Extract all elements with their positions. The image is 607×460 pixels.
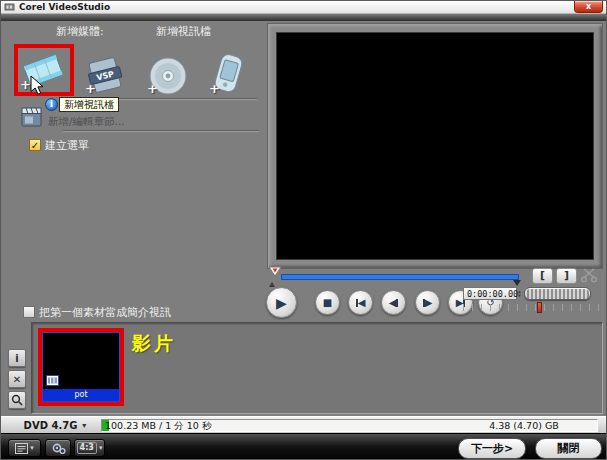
disc-format-select[interactable]: DVD 4.7G ▾ (9, 418, 101, 432)
back-icon: ◀ (389, 297, 397, 308)
preview-panel (267, 23, 603, 269)
bottom-toolbar: ▾ 4:3 ▾ 下一步> 關閉 (1, 433, 607, 460)
plus-icon: + (147, 81, 158, 96)
plus-icon: + (209, 81, 220, 96)
delete-clip-button[interactable]: ✕ (8, 370, 26, 388)
capacity-meter: 100.23 MB / 1 分 10 秒 4.38 (4.70) GB (101, 419, 598, 432)
tooltip: 新增視訊檔 (59, 97, 119, 112)
delete-icon: ✕ (13, 374, 21, 385)
list-icon (15, 443, 28, 454)
next-frame-button[interactable]: ▶ (415, 290, 440, 315)
timecode-spinner[interactable]: ▲ ▼ (518, 290, 521, 296)
scissors-icon (580, 267, 598, 283)
chevron-down-icon: ▾ (82, 421, 86, 430)
required-space-text: 100.23 MB / 1 分 10 秒 (105, 420, 211, 431)
available-space-text: 4.38 (4.70) GB (454, 420, 594, 431)
step-label: 新增媒體: (56, 24, 104, 39)
settings-menu-button[interactable]: ▾ (8, 439, 41, 457)
app-logo-icon (4, 2, 15, 12)
play-icon: ▶ (276, 295, 287, 311)
plus-icon: + (20, 77, 31, 92)
create-menu-label: 建立選單 (45, 138, 89, 153)
zoom-clip-button[interactable] (8, 391, 26, 409)
timecode-value: 0:00:00.00 (467, 289, 518, 299)
mark-out-button[interactable]: ] (556, 268, 577, 284)
stop-icon: ■ (323, 297, 332, 308)
title-bar: Corel VideoStudio (1, 1, 607, 14)
status-bar: DVD 4.7G ▾ 100.23 MB / 1 分 10 秒 4.38 (4.… (1, 416, 607, 433)
stop-button[interactable]: ■ (315, 290, 340, 315)
trim-start-handle[interactable] (269, 282, 275, 287)
application-window: Corel VideoStudio x 新增媒體: 新增視訊檔 + VSP (0, 0, 607, 460)
check-icon: ✓ (31, 140, 39, 151)
shuttle-marker[interactable] (537, 302, 542, 313)
header-divider (1, 14, 607, 21)
go-to-start-button[interactable]: ◀ (348, 290, 373, 315)
preferences-button[interactable] (45, 439, 71, 457)
info-icon: i (45, 98, 58, 111)
info-icon: i (15, 353, 18, 364)
clapperboard-icon (19, 104, 45, 129)
disc-format-value: DVD 4.7G (24, 420, 78, 431)
plus-icon: + (85, 81, 96, 96)
back-icon: ◀ (358, 297, 366, 308)
close-button[interactable]: 關閉 (535, 438, 602, 459)
trim-bar[interactable] (281, 274, 519, 280)
timecode-input[interactable]: 0:00:00.00 ▲ ▼ (463, 287, 517, 300)
separator (63, 130, 259, 132)
step-value-label: 新增視訊檔 (156, 24, 211, 39)
window-close-button[interactable]: x (574, 1, 603, 13)
jog-wheel[interactable] (524, 287, 591, 300)
play-button[interactable]: ▶ (266, 287, 297, 318)
chevron-down-icon: ▾ (99, 444, 103, 452)
clip-info-button[interactable]: i (8, 349, 26, 367)
intro-video-checkbox[interactable] (23, 306, 35, 318)
mark-in-button[interactable]: [ (532, 268, 553, 284)
next-step-button[interactable]: 下一步> (458, 438, 526, 459)
aspect-ratio-button[interactable]: 4:3 ▾ (74, 439, 105, 457)
chapter-button-label: 新增/編輯章節... (48, 115, 125, 129)
create-menu-checkbox[interactable]: ✓ (29, 139, 41, 151)
bar-icon (396, 299, 398, 307)
gear-icon (51, 442, 66, 455)
media-library-panel (31, 322, 603, 414)
aspect-ratio-value: 4:3 (77, 442, 97, 454)
shuttle-bar[interactable] (463, 302, 604, 313)
cut-clip-button[interactable] (580, 267, 598, 283)
trim-end-handle[interactable] (513, 280, 521, 286)
window-title: Corel VideoStudio (19, 2, 110, 12)
fwd-icon: ▶ (425, 297, 433, 308)
chevron-down-icon: ▾ (30, 444, 34, 452)
magnifier-icon (11, 394, 23, 406)
previous-frame-button[interactable]: ◀ (381, 290, 406, 315)
preview-screen (276, 32, 594, 260)
intro-video-label: 把第一個素材當成簡介視訊 (39, 305, 171, 320)
clip-annotation-label: 影片 (132, 331, 176, 357)
spin-down-icon: ▼ (518, 294, 520, 297)
